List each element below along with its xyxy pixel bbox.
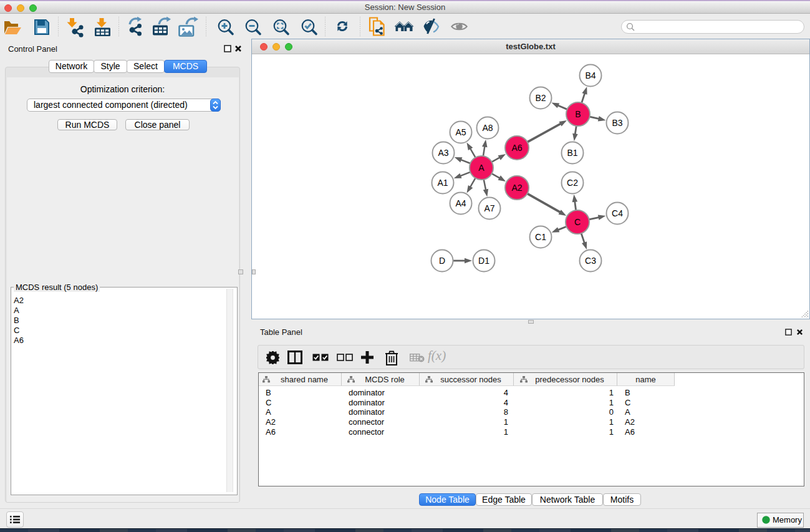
svg-text:B: B xyxy=(575,109,581,119)
svg-text:A3: A3 xyxy=(438,148,448,158)
svg-text:B3: B3 xyxy=(612,118,622,128)
svg-text:C2: C2 xyxy=(567,178,578,188)
svg-text:C: C xyxy=(574,217,581,227)
svg-text:C4: C4 xyxy=(612,208,623,218)
svg-text:A6: A6 xyxy=(511,143,522,153)
svg-text:B4: B4 xyxy=(585,70,595,80)
svg-text:B2: B2 xyxy=(535,93,546,103)
svg-text:C1: C1 xyxy=(535,232,546,242)
svg-text:A4: A4 xyxy=(455,198,466,208)
svg-text:C3: C3 xyxy=(585,256,596,266)
svg-text:D: D xyxy=(439,256,445,266)
svg-text:A1: A1 xyxy=(437,178,448,188)
svg-text:A7: A7 xyxy=(484,203,494,213)
svg-text:A5: A5 xyxy=(455,127,466,137)
svg-text:A: A xyxy=(478,163,485,173)
svg-text:A8: A8 xyxy=(482,123,493,133)
svg-text:D1: D1 xyxy=(478,256,489,266)
svg-text:A2: A2 xyxy=(511,183,522,193)
svg-text:B1: B1 xyxy=(567,148,577,158)
